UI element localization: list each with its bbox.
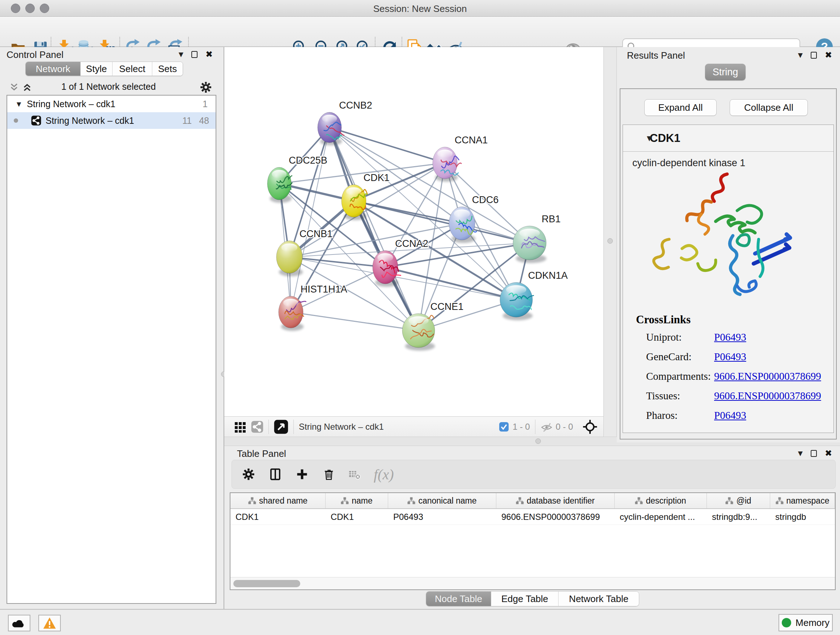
crosslinks-title: CrossLinks [636,313,691,326]
network-edge-CCNB2-CCNA1 [330,127,445,163]
scrollbar-thumb[interactable] [233,580,300,587]
tab-style[interactable]: Style [81,62,112,76]
float-panel-icon[interactable] [811,52,817,59]
column-header-shared-name[interactable]: shared name [231,493,325,508]
column-type-icon [341,497,349,504]
network-share-view-icon[interactable] [251,421,264,433]
window-title: Session: New Session [0,3,840,14]
column-header-namespace[interactable]: namespace [770,493,835,508]
table-cell[interactable]: CDK1 [231,509,325,524]
column-header-canonical-name[interactable]: canonical name [388,493,496,508]
table-cell[interactable]: stringdb [770,509,835,524]
expand-all-button[interactable]: Expand All [644,99,717,116]
show-columns-icon[interactable] [269,468,282,481]
crosshair-icon[interactable] [583,419,598,434]
memory-button[interactable]: Memory [778,614,833,631]
toolbar-separator [294,420,294,434]
birds-eye-view-icon[interactable] [274,420,288,434]
network-node-CDK1[interactable] [341,185,367,220]
network-node-CCNA2[interactable] [373,250,401,287]
tab-node-table[interactable]: Node Table [426,592,491,606]
tab-string[interactable]: String [705,64,745,80]
control-panel-tabs: Network Style Select Sets [25,62,183,76]
network-collection-row[interactable]: ▼ String Network – cdk1 1 [7,96,216,112]
node-table: shared namenamecanonical namedatabase id… [230,492,836,590]
network-list-options-gear-icon[interactable] [200,81,212,93]
grid-view-icon[interactable] [234,421,246,432]
selected-checkbox-icon[interactable] [499,422,509,432]
node-label-HIST1H1A: HIST1H1A [301,284,347,295]
crosslink-link[interactable]: 9606.ENSP00000378699 [714,390,821,402]
node-result-header[interactable]: ▼ CDK1 [623,125,834,152]
collapse-entry-icon[interactable]: ▼ [647,134,652,142]
column-header-name[interactable]: name [325,493,388,508]
tab-sets[interactable]: Sets [152,62,183,76]
crosslink-link[interactable]: P06493 [714,409,746,421]
table-row[interactable]: CDK1CDK1P064939606.ENSP00000378699cyclin… [231,509,835,525]
close-panel-icon[interactable]: ✖ [825,448,832,458]
main-toolbar: ? [0,17,840,47]
collapse-all-networks-icon[interactable] [9,82,19,92]
panel-menu-icon[interactable]: ▼ [798,450,803,457]
close-panel-icon[interactable]: ✖ [825,50,832,60]
cloud-status-button[interactable] [8,615,30,631]
horizontal-splitter-handle[interactable] [535,439,541,444]
tab-network[interactable]: Network [26,62,81,76]
network-view-canvas[interactable]: CCNB2CCNA1CDC25BCDK1CDC6RB1CCNB1CCNA2CDK… [224,47,603,416]
network-edge-CDK1-RB1 [354,201,530,243]
network-node-CCNB2[interactable] [317,112,344,146]
column-header-database-identifier[interactable]: database identifier [496,493,615,508]
float-panel-icon[interactable] [811,450,817,457]
float-panel-icon[interactable] [191,51,197,58]
network-row-selected[interactable]: String Network – cdk1 11 48 [7,112,216,129]
tab-select[interactable]: Select [112,62,152,76]
node-result-name: CDK1 [650,132,680,145]
delete-column-icon[interactable] [322,468,335,481]
table-horizontal-scrollbar[interactable] [231,577,835,589]
table-options-gear-icon[interactable] [242,468,255,481]
network-node-RB1[interactable] [513,226,546,263]
column-header-description[interactable]: description [615,493,707,508]
toolbar-separator [268,420,269,434]
network-node-CCNA1[interactable] [433,147,461,182]
table-cell[interactable]: cyclin-dependent ... [615,509,707,524]
current-network-title: String Network – cdk1 [299,422,384,432]
network-node-CCNB1[interactable] [276,241,303,276]
table-cell[interactable]: CDK1 [325,509,388,524]
memory-label: Memory [796,617,829,629]
collection-expand-icon[interactable]: ▼ [17,101,21,108]
cloud-icon [12,617,27,629]
expand-all-networks-icon[interactable] [22,82,32,92]
table-cell[interactable]: 9606.ENSP00000378699 [496,509,615,524]
network-node-HIST1H1A[interactable] [279,296,306,331]
column-header--id[interactable]: @id [707,493,770,508]
crosslink-row: Tissues:9606.ENSP00000378699 [636,390,691,409]
panel-menu-icon[interactable]: ▼ [179,51,183,58]
crosslink-link[interactable]: P06493 [714,351,746,363]
tab-network-table[interactable]: Network Table [559,592,639,606]
crosslink-link[interactable]: P06493 [714,331,746,343]
current-network-bullet-icon [14,119,18,123]
network-node-CDKN1A[interactable] [500,282,534,320]
hidden-eye-icon[interactable] [540,421,553,433]
create-column-icon[interactable] [295,468,309,481]
crosslink-link[interactable]: 9606.ENSP00000378699 [714,371,821,382]
table-cell[interactable]: P06493 [388,509,496,524]
network-node-CDC6[interactable] [449,207,477,243]
crosslink-label: Pharos: [646,409,677,421]
warnings-button[interactable] [38,615,61,631]
close-panel-icon[interactable]: ✖ [205,49,213,59]
tab-edge-table[interactable]: Edge Table [491,592,559,606]
right-splitter[interactable] [603,47,617,442]
protein-structure-image [636,168,817,304]
network-node-CCNE1[interactable] [402,314,435,350]
node-label-CCNB2: CCNB2 [339,100,372,111]
network-type-icon [31,116,41,126]
right-splitter-handle[interactable] [607,238,613,244]
column-type-icon [635,497,643,504]
crosslinks-section: CrossLinks Uniprot:P06493GeneCard:P06493… [636,313,691,429]
node-label-CCNA1: CCNA1 [455,135,488,146]
table-cell[interactable]: stringdb:9... [707,509,770,524]
collapse-all-button[interactable]: Collapse All [729,99,808,116]
panel-menu-icon[interactable]: ▼ [798,51,803,59]
